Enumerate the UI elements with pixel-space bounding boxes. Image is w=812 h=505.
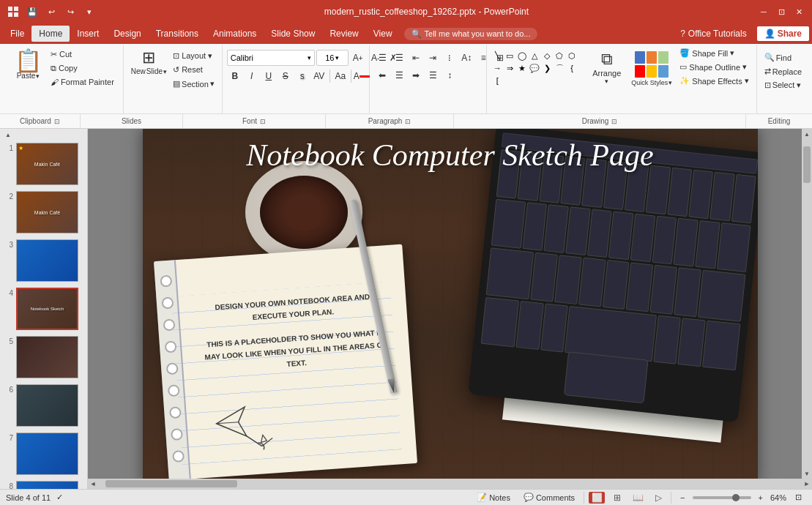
layout-button[interactable]: ⊡ Layout ▾ (170, 50, 217, 62)
decrease-indent-button[interactable]: ⇤ (408, 50, 424, 66)
numbered-list-button[interactable]: ☰ (391, 50, 407, 66)
shape-diamond[interactable]: ◇ (541, 50, 553, 61)
font-expand[interactable]: ⊡ (260, 118, 266, 125)
slide-thumb-1[interactable]: 1 Makin Café ★ (3, 141, 84, 187)
reading-view-button[interactable]: 📖 (630, 492, 646, 504)
font-size-select[interactable]: 16 ▾ (316, 50, 349, 66)
menu-review[interactable]: Review (322, 26, 365, 42)
slide-area[interactable]: ▲ ▼ Notebook Computer Sketch Page (88, 129, 812, 479)
menu-slideshow[interactable]: Slide Show (264, 26, 322, 42)
align-left-button[interactable]: ⬅ (374, 67, 390, 83)
shape-line[interactable]: ╲ (491, 50, 503, 61)
menu-file[interactable]: File (3, 26, 31, 42)
columns-button[interactable]: ⫶ (442, 50, 458, 66)
line-spacing-button[interactable]: ↕ (442, 67, 458, 83)
restore-button[interactable]: ⊡ (774, 4, 789, 19)
scroll-top-arrow[interactable]: ▲ (802, 129, 812, 139)
bullet-list-button[interactable]: ☰ (374, 50, 390, 66)
menu-insert[interactable]: Insert (70, 26, 106, 42)
shape-fill-button[interactable]: 🪣 Shape Fill ▾ (677, 47, 751, 59)
minimize-button[interactable]: ─ (756, 4, 771, 19)
menu-animations[interactable]: Animations (206, 26, 264, 42)
redo-icon[interactable]: ↪ (63, 4, 78, 19)
increase-font-button[interactable]: A+ (350, 50, 366, 66)
shape-rect[interactable]: ▭ (504, 50, 515, 61)
paste-button[interactable]: 📋 Paste▾ (9, 48, 48, 81)
normal-view-button[interactable]: ⬜ (589, 492, 605, 504)
slide-thumb-3[interactable]: 3 (3, 238, 84, 283)
font-color-button[interactable]: A (354, 68, 370, 84)
share-button[interactable]: 👤 Share (757, 26, 809, 41)
shape-bracket[interactable]: [ (491, 75, 503, 86)
fit-slide-button[interactable]: ⊡ (791, 491, 806, 504)
quick-styles-button[interactable]: Quick Styles▾ (627, 47, 677, 89)
shape-triangle[interactable]: △ (529, 50, 540, 61)
new-slide-button[interactable]: ⊞ New Slide ▾ (128, 47, 170, 77)
save-icon[interactable]: 💾 (25, 4, 40, 19)
slide-thumb-7[interactable]: 7 (3, 431, 84, 476)
shape-arrow2[interactable]: ⇒ (504, 62, 515, 74)
vertical-scrollbar[interactable]: ▲ ▼ (802, 129, 812, 479)
slide-thumb-6[interactable]: 6 (3, 383, 84, 428)
align-right-button[interactable]: ➡ (408, 67, 424, 83)
find-button[interactable]: 🔍 Find (761, 51, 805, 64)
shape-pentagon[interactable]: ⬠ (554, 50, 565, 61)
reset-button[interactable]: ↺ Reset (170, 64, 217, 76)
shape-curve[interactable]: ⌒ (554, 62, 565, 74)
char-spacing-button[interactable]: AV (311, 68, 327, 84)
slide-thumb-4[interactable]: 4 Notebook Sketch (3, 286, 84, 332)
justify-button[interactable]: ☰ (425, 67, 441, 83)
zoom-in-button[interactable]: + (754, 492, 767, 504)
scroll-up-arrow[interactable]: ▲ (3, 132, 13, 138)
shape-circle[interactable]: ◯ (516, 50, 528, 61)
bold-button[interactable]: B (227, 68, 243, 84)
h-scrollbar-thumb[interactable] (105, 480, 237, 487)
shape-arrow[interactable]: → (491, 62, 503, 74)
shape-brace[interactable]: { (566, 62, 578, 74)
shadow-button[interactable]: s (294, 68, 310, 84)
scroll-left-arrow[interactable]: ◄ (88, 479, 98, 489)
strikethrough-button[interactable]: S (278, 68, 294, 84)
cut-button[interactable]: ✂ Cut (48, 48, 117, 61)
tell-me-input[interactable]: 🔍 Tell me what you want to do... (404, 28, 538, 40)
paragraph-expand[interactable]: ⊡ (405, 118, 411, 125)
slide-thumb-8[interactable]: 8 (3, 479, 84, 489)
zoom-slider[interactable] (693, 496, 751, 499)
menu-design[interactable]: Design (106, 26, 148, 42)
menu-view[interactable]: View (366, 26, 400, 42)
close-button[interactable]: ✕ (791, 4, 806, 19)
scroll-right-arrow[interactable]: ► (802, 479, 812, 489)
shape-effects-button[interactable]: ✨ Shape Effects ▾ (677, 75, 751, 87)
slide-sorter-button[interactable]: ⊞ (609, 492, 625, 504)
text-direction-button[interactable]: A↕ (458, 50, 474, 66)
clipboard-expand[interactable]: ⊡ (54, 118, 60, 125)
select-button[interactable]: ⊡ Select ▾ (761, 79, 805, 91)
undo-icon[interactable]: ↩ (44, 4, 59, 19)
italic-button[interactable]: I (244, 68, 260, 84)
customize-icon[interactable]: ▾ (82, 4, 97, 19)
notes-button[interactable]: 📝 Notes (472, 491, 515, 504)
menu-home[interactable]: Home (31, 26, 70, 42)
shape-callout[interactable]: 💬 (529, 62, 540, 74)
office-tutorials-link[interactable]: ? Office Tutorials (673, 26, 754, 42)
replace-button[interactable]: ⇄ Replace (761, 65, 805, 78)
comments-button[interactable]: 💬 Comments (519, 491, 579, 504)
copy-button[interactable]: ⧉ Copy (48, 62, 117, 75)
arrange-button[interactable]: ⧉ Arrange ▾ (586, 47, 627, 88)
slide-thumb-2[interactable]: 2 Makin Café (3, 190, 84, 235)
slide-thumb-5[interactable]: 5 (3, 334, 84, 380)
shape-hexagon[interactable]: ⬡ (566, 50, 578, 61)
format-painter-button[interactable]: 🖌 Format Painter (48, 76, 117, 88)
slideshow-view-button[interactable]: ▷ (650, 492, 666, 504)
zoom-out-button[interactable]: − (676, 492, 689, 504)
menu-transitions[interactable]: Transitions (149, 26, 206, 42)
scroll-bottom-arrow[interactable]: ▼ (802, 468, 812, 479)
font-name-select[interactable]: Calibri ▾ (227, 50, 315, 66)
change-case-button[interactable]: Aa (332, 68, 349, 84)
horizontal-scrollbar[interactable]: ◄ ► (88, 479, 812, 489)
shape-outline-button[interactable]: ▭ Shape Outline ▾ (677, 61, 751, 73)
drawing-expand[interactable]: ⊡ (611, 118, 617, 125)
increase-indent-button[interactable]: ⇥ (425, 50, 441, 66)
shape-star[interactable]: ★ (516, 62, 528, 74)
align-center-button[interactable]: ☰ (391, 67, 407, 83)
